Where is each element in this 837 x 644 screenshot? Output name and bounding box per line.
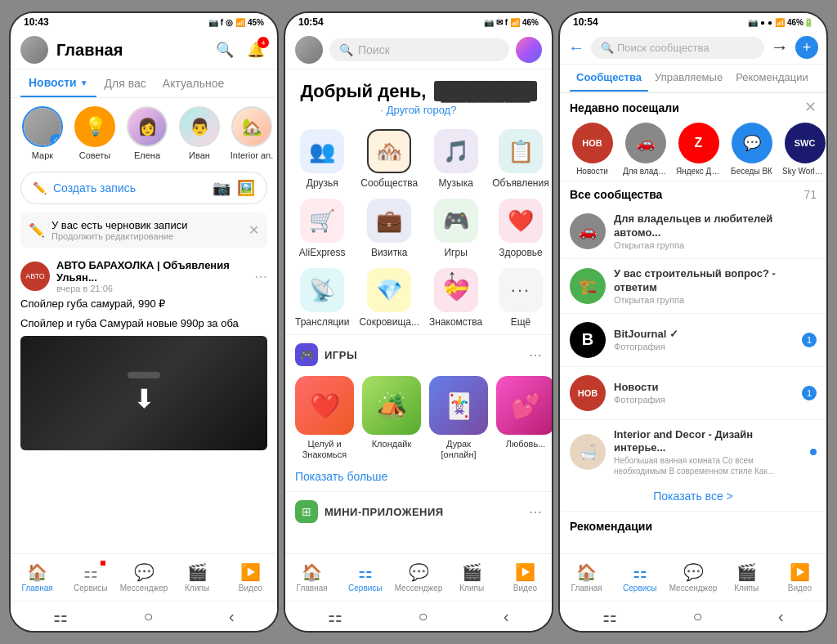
- user-avatar[interactable]: [20, 36, 48, 64]
- app-ali[interactable]: 🛒 AliExpress: [295, 199, 349, 258]
- nav-home[interactable]: 🏠 Главная: [11, 559, 64, 596]
- nav3-home[interactable]: 🏠 Главная: [560, 559, 613, 596]
- signal-icon-3: 📶: [775, 18, 785, 27]
- nav-services[interactable]: ⚏ Сервисы: [64, 559, 117, 596]
- mini-more-icon[interactable]: ⋯: [529, 504, 542, 520]
- card-icon: 💼: [367, 199, 411, 243]
- app-streams[interactable]: 📡 Трансляции: [295, 268, 349, 328]
- search-bar-2[interactable]: 🔍 Поиск: [329, 38, 509, 61]
- tab-news[interactable]: Новости ▼: [20, 69, 96, 97]
- app-ads-label: Объявления: [492, 177, 548, 189]
- app-friends[interactable]: 👥 Друзья: [295, 129, 349, 189]
- story-add[interactable]: + Марк: [20, 106, 65, 160]
- create-post-button[interactable]: ✏️ Создать запись 📷 🖼️: [20, 172, 267, 204]
- comm-item-1[interactable]: 🚗 Для владельцев и любителей автомо... О…: [560, 206, 826, 257]
- notifications-button[interactable]: 🔔 4: [244, 38, 267, 61]
- nav-clips[interactable]: 🎬 Клипы: [171, 559, 224, 596]
- game-2[interactable]: 🏕️ Клондайк: [362, 376, 421, 460]
- comm-name-1: Для владельцев и любителей автомо...: [614, 212, 817, 240]
- story-avatar-2: 👩: [127, 106, 168, 147]
- tab-recommended[interactable]: Рекомендации: [729, 65, 815, 92]
- story-1[interactable]: 💡 Советы: [73, 106, 117, 160]
- app-games[interactable]: 🎮 Игры: [429, 199, 482, 258]
- nav3-messenger[interactable]: 💬 Мессенджер: [666, 559, 719, 596]
- all-communities-row: Все сообщества 71: [560, 183, 826, 206]
- app-health[interactable]: ❤️ Здоровье: [492, 199, 548, 258]
- story-3[interactable]: 👨 Иван: [177, 106, 222, 160]
- arrow-right-icon: →: [771, 37, 789, 58]
- recent-label-5: Sky World Community: [782, 167, 826, 176]
- nav3-video[interactable]: ▶️ Видео: [773, 559, 826, 596]
- nav-messenger[interactable]: 💬 Мессенджер: [117, 559, 170, 596]
- location-text[interactable]: · Другой город?: [295, 104, 542, 116]
- add-community-button[interactable]: +: [795, 36, 818, 59]
- nav2-home[interactable]: 🏠 Главная: [285, 559, 338, 596]
- android-menu-btn[interactable]: ⚏: [53, 606, 68, 626]
- comm-item-5[interactable]: 🛁 Interior and Decor - Дизайн интерье...…: [560, 422, 826, 484]
- show-more-games-btn[interactable]: Показать больше: [285, 463, 552, 490]
- game-1[interactable]: ❤️ Целуй и Знакомься: [295, 376, 354, 460]
- search-bar-3[interactable]: 🔍 Поиск сообщества: [591, 37, 764, 59]
- game-label-3: Дурак [онлайн]: [429, 439, 488, 460]
- vk-avatar-btn[interactable]: [516, 37, 542, 63]
- android-menu-btn-3[interactable]: ⚏: [602, 606, 617, 626]
- tab-actual[interactable]: Актуальное: [154, 69, 233, 97]
- android-home-btn-2[interactable]: ○: [418, 607, 428, 626]
- app-communities[interactable]: 🏘️ Сообщества: [359, 129, 419, 189]
- back-button[interactable]: ←: [568, 38, 584, 57]
- status-time-1: 10:43: [24, 16, 49, 28]
- comm-info-2: У вас строительный вопрос? - ответим Отк…: [614, 267, 817, 305]
- app-treasure[interactable]: 💎 Сокровища...: [359, 268, 419, 328]
- android-back-btn-2[interactable]: ‹: [504, 607, 509, 626]
- messenger-icon: 💬: [134, 562, 154, 582]
- post-source-name[interactable]: АВТО БАРАХОЛКА | Объявления Ульян...: [56, 259, 248, 284]
- android-home-btn[interactable]: ○: [144, 607, 154, 626]
- game-thumb-2: 🏕️: [362, 376, 421, 435]
- more-icon[interactable]: ⋯: [254, 269, 267, 284]
- attachment-icon[interactable]: 🖼️: [237, 179, 255, 197]
- recent-1[interactable]: НОВ Новости: [570, 123, 615, 176]
- post-text-2: Спойлер и губа Самурай новые 990р за оба: [20, 316, 267, 331]
- app-ads[interactable]: 📋 Объявления: [492, 129, 548, 189]
- user-avatar-2[interactable]: [295, 36, 323, 64]
- recent-label-1: Новости: [570, 167, 615, 176]
- nav2-messenger[interactable]: 💬 Мессенджер: [392, 559, 445, 596]
- nav2-services[interactable]: ⚏ Сервисы: [338, 559, 392, 596]
- android-home-btn-3[interactable]: ○: [693, 607, 703, 626]
- search-button[interactable]: 🔍: [213, 38, 236, 61]
- nav2-clips[interactable]: 🎬 Клипы: [445, 559, 499, 596]
- recent-2[interactable]: 🚗 Для владельце...: [623, 123, 668, 176]
- comm-item-4[interactable]: НОВ Новости Фотография 1: [560, 369, 826, 418]
- draft-card[interactable]: ✏️ У вас есть черновик записи Продолжить…: [20, 212, 267, 248]
- recent-3[interactable]: Z Яндекс Дзен (Взаи...: [676, 123, 721, 176]
- search-icon-2: 🔍: [339, 43, 353, 56]
- tab-managed[interactable]: Управляемые: [648, 65, 729, 92]
- close-recent-icon[interactable]: ✕: [804, 98, 817, 116]
- game-3[interactable]: 🃏 Дурак [онлайн]: [429, 376, 488, 460]
- app-card[interactable]: 💼 Визитка: [359, 199, 419, 258]
- app-more[interactable]: ··· Ещё: [492, 268, 548, 328]
- android-back-btn-3[interactable]: ‹: [778, 607, 784, 626]
- show-all-button[interactable]: Показать все >: [560, 483, 826, 509]
- nav3-clips[interactable]: 🎬 Клипы: [720, 559, 773, 596]
- nav2-video[interactable]: ▶️ Видео: [499, 559, 552, 596]
- app-music[interactable]: 🎵 Музыка: [429, 129, 482, 189]
- notification-badge: 4: [257, 37, 269, 48]
- nav3-services[interactable]: ⚏ Сервисы: [613, 559, 666, 596]
- nav-video[interactable]: ▶️ Видео: [224, 559, 277, 596]
- tab-communities[interactable]: Сообщества: [570, 65, 648, 92]
- recent-4[interactable]: 💬 Беседы ВК: [729, 123, 774, 176]
- comm-badge-3: 1: [802, 333, 817, 347]
- games-more-icon[interactable]: ⋯: [529, 347, 542, 363]
- comm-item-2[interactable]: 🏗️ У вас строительный вопрос? - ответим …: [560, 261, 826, 311]
- story-2[interactable]: 👩 Елена: [125, 106, 169, 160]
- android-menu-btn-2[interactable]: ⚏: [328, 606, 342, 626]
- comm-item-3[interactable]: B BitJournal ✓ Фотография 1: [560, 315, 826, 364]
- camera-post-icon[interactable]: 📷: [213, 179, 231, 197]
- close-draft-icon[interactable]: ✕: [248, 222, 259, 238]
- recent-5[interactable]: SWC Sky World Community: [782, 123, 826, 176]
- story-4[interactable]: 🏡 Interior an.: [230, 106, 274, 160]
- game-4[interactable]: 💕 Любовь...: [496, 376, 552, 460]
- android-back-btn[interactable]: ‹: [229, 607, 235, 626]
- tab-foryou[interactable]: Для вас: [96, 69, 154, 97]
